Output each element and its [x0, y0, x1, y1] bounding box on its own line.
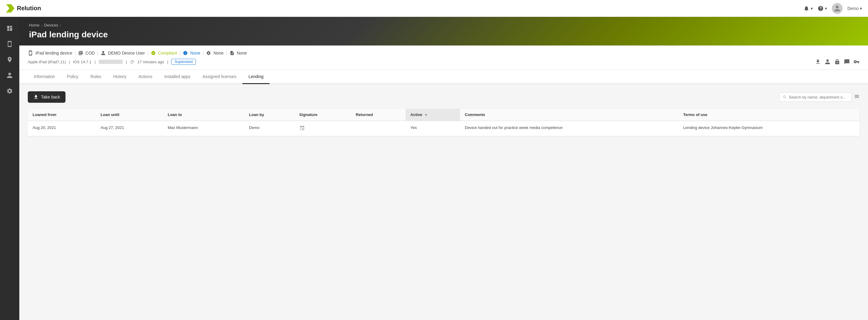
sync-icon: [130, 60, 134, 64]
device-management: COD: [85, 50, 95, 56]
main-content: Home › Devices › iPad lending device iPa…: [19, 17, 868, 320]
breadcrumb: Home › Devices ›: [29, 23, 858, 27]
user-menu-button[interactable]: Demo ▾: [847, 6, 862, 11]
breadcrumb-sep-1: ›: [41, 24, 42, 27]
tab-information[interactable]: Information: [28, 70, 61, 84]
navbar: Relution ▾ ▾ Demo ▾: [0, 0, 868, 17]
device-os: iOS 14.7.1: [73, 60, 91, 64]
cell-terms: Lending device Johannes-Kepler-Gymnasium: [679, 121, 860, 136]
device-info-row: iPad lending device | COD | DEMO Device …: [28, 50, 860, 56]
cell-loan-to: Max Mustermann: [163, 121, 244, 136]
user-avatar-icon: [834, 5, 841, 12]
tabs: Information Policy Rules History Actions…: [19, 70, 868, 84]
search-input[interactable]: [789, 95, 849, 100]
col-terms: Terms of use: [679, 109, 860, 121]
col-loaned-from: Loaned from: [28, 109, 96, 121]
doc-icon: [230, 50, 235, 56]
compliance-status: Compliant: [158, 50, 177, 56]
bell-chevron: ▾: [811, 6, 813, 11]
col-signature: Signature: [294, 109, 351, 121]
settings-icon: [6, 88, 13, 94]
sidebar-item-apps[interactable]: [3, 53, 16, 66]
app-icon: [6, 56, 13, 63]
user-action-icon[interactable]: [825, 59, 831, 65]
list-icon: [854, 94, 860, 99]
col-loan-until: Loan until: [96, 109, 163, 121]
sort-icon: ▼: [425, 113, 428, 117]
sidebar-item-settings[interactable]: [3, 84, 16, 98]
download-action-icon[interactable]: [815, 59, 821, 65]
breadcrumb-sep-2: ›: [60, 24, 61, 27]
cell-loan-until: Aug 27, 2021: [96, 121, 163, 136]
breadcrumb-devices[interactable]: Devices: [44, 23, 58, 27]
table-body: Aug 20, 2021 Aug 27, 2021 Max Mustermann…: [28, 121, 860, 136]
breadcrumb-home[interactable]: Home: [29, 23, 39, 27]
table-wrapper: Loaned from Loan until Loan to Loan by S…: [28, 109, 860, 136]
help-chevron: ▾: [825, 6, 827, 11]
device-user: DEMO Device User: [108, 50, 145, 56]
tab-history[interactable]: History: [107, 70, 132, 84]
brand: Relution: [6, 4, 41, 13]
doc-value: None: [237, 50, 247, 56]
cell-comments: Device handed out for practice week medi…: [460, 121, 679, 136]
sidebar-item-dashboard[interactable]: [3, 22, 16, 35]
table-header: Loaned from Loan until Loan to Loan by S…: [28, 109, 860, 121]
cell-signature: [294, 121, 351, 136]
tab-rules[interactable]: Rules: [84, 70, 107, 84]
device-name: iPad lending device: [36, 50, 72, 56]
tab-lending[interactable]: Lending: [242, 70, 270, 84]
sync-time: 17 minutes ago: [137, 60, 164, 64]
tab-assigned-licenses[interactable]: Assigned licenses: [196, 70, 242, 84]
sidebar-item-users[interactable]: [3, 69, 16, 82]
toolbar: Take back: [28, 91, 860, 103]
help-button[interactable]: ▾: [817, 5, 827, 11]
tab-installed-apps[interactable]: Installed apps: [158, 70, 196, 84]
table-row: Aug 20, 2021 Aug 27, 2021 Max Mustermann…: [28, 121, 860, 136]
compliance-icon: [151, 50, 156, 56]
management-icon: [78, 50, 83, 56]
help-icon: [817, 5, 824, 11]
device-icon: [6, 41, 13, 47]
brand-logo-icon: [6, 4, 14, 13]
lending-table: Loaned from Loan until Loan to Loan by S…: [28, 109, 860, 136]
cell-loan-by: Demo: [244, 121, 294, 136]
dashboard-icon: [6, 25, 13, 32]
lock-action-icon[interactable]: [834, 59, 840, 65]
policy-icon: [183, 50, 188, 56]
message-action-icon[interactable]: [844, 59, 850, 65]
navbar-right: ▾ ▾ Demo ▾: [803, 3, 862, 14]
take-back-label: Take back: [41, 95, 60, 100]
notifications-button[interactable]: ▾: [803, 5, 813, 11]
gear-info-icon: [206, 50, 211, 56]
take-back-button[interactable]: Take back: [28, 91, 65, 103]
col-loan-by: Loan by: [244, 109, 294, 121]
col-returned: Returned: [351, 109, 406, 121]
key-action-icon[interactable]: [854, 59, 860, 65]
brand-name: Relution: [17, 5, 41, 12]
col-active[interactable]: Active ▼: [406, 109, 460, 121]
device-card: iPad lending device | COD | DEMO Device …: [19, 45, 868, 70]
signature-icon: [300, 126, 305, 131]
page-title: iPad lending device: [29, 30, 858, 39]
bell-icon: [803, 5, 809, 11]
supervised-badge: Supervised: [171, 59, 196, 65]
take-back-icon: [33, 94, 39, 100]
tab-actions[interactable]: Actions: [132, 70, 158, 84]
avatar[interactable]: [832, 3, 843, 14]
blurred-info: [99, 60, 123, 64]
lending-content: Take back Loaned from: [19, 84, 868, 320]
search-area: [779, 93, 860, 102]
header-banner: Home › Devices › iPad lending device: [19, 17, 868, 45]
cell-returned: [351, 121, 406, 136]
sidebar-item-devices[interactable]: [3, 37, 16, 50]
col-loan-to: Loan to: [163, 109, 244, 121]
device-sub-row: Apple iPad (iPad7,11) | iOS 14.7.1 | | 1…: [28, 59, 860, 65]
main-layout: Home › Devices › iPad lending device iPa…: [0, 17, 868, 320]
user-chevron: ▾: [860, 6, 862, 11]
list-view-button[interactable]: [854, 94, 860, 100]
tab-policy[interactable]: Policy: [61, 70, 84, 84]
user-name: Demo: [847, 6, 859, 11]
tablet-icon: [28, 50, 33, 56]
cell-active: Yes: [406, 121, 460, 136]
device-model: Apple iPad (iPad7,11): [28, 60, 66, 64]
